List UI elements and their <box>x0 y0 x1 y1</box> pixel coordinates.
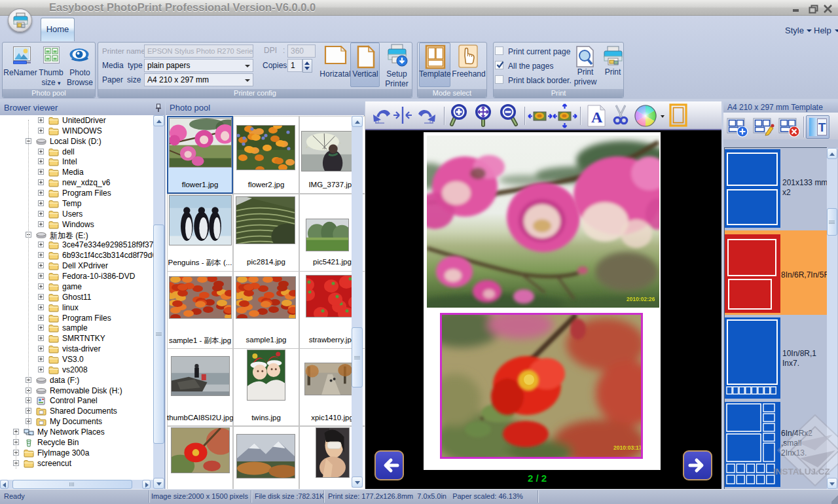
svg-text:A: A <box>591 109 603 126</box>
svg-text:2010:02:26: 2010:02:26 <box>627 296 655 302</box>
svg-text:2010:03:17: 2010:03:17 <box>613 444 641 451</box>
